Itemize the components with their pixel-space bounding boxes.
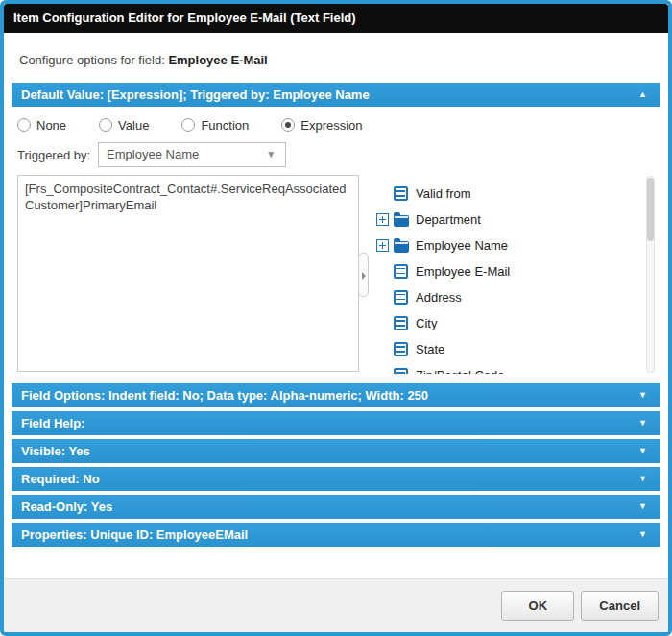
tree-item-state[interactable]: State <box>376 336 655 362</box>
section-header-field-options-label: Field Options: Indent field: No; Data ty… <box>21 388 428 403</box>
tree-scrollbar[interactable] <box>646 176 655 373</box>
tree-item-department[interactable]: Department <box>376 207 655 232</box>
radio-button-none[interactable] <box>17 118 31 132</box>
radio-button-expression[interactable] <box>281 118 295 132</box>
radio-button-function[interactable] <box>181 118 195 132</box>
section-header-required-label: Required: No <box>21 472 100 486</box>
dropdown-arrow-icon: ▼ <box>266 143 276 166</box>
section-header-read-only-label: Read-Only: Yes <box>21 500 112 514</box>
section-header-field-options[interactable]: Field Options: Indent field: No; Data ty… <box>12 383 660 407</box>
ok-button[interactable]: OK <box>501 591 574 621</box>
expand-down-icon: ▼ <box>638 383 647 407</box>
item-configuration-editor-dialog: Item Configuration Editor for Employee E… <box>0 0 672 636</box>
dialog-title: Item Configuration Editor for Employee E… <box>4 4 668 33</box>
tree-item-address[interactable]: Address <box>376 284 655 310</box>
section-header-properties[interactable]: Properties: Unique ID: EmployeeEMail ▼ <box>12 523 660 547</box>
section-header-field-help-label: Field Help: <box>21 416 84 430</box>
section-header-visible-label: Visible: Yes <box>21 444 90 458</box>
field-icon <box>394 342 408 356</box>
radio-label-none: None <box>36 118 66 133</box>
expand-plus-icon[interactable] <box>376 213 389 226</box>
radio-label-expression: Expression <box>300 118 362 133</box>
field-icon <box>394 368 408 374</box>
splitter-handle[interactable] <box>358 253 369 297</box>
field-icon <box>394 290 408 305</box>
cancel-button[interactable]: Cancel <box>581 591 659 621</box>
expression-textarea[interactable]: [Frs_CompositeContract_Contact#.ServiceR… <box>17 175 359 372</box>
section-header-visible[interactable]: Visible: Yes ▼ <box>12 439 660 463</box>
folder-icon <box>394 215 409 227</box>
configure-options-line: Configure options for field: Employee E-… <box>19 53 668 67</box>
section-header-required[interactable]: Required: No ▼ <box>12 467 660 491</box>
expand-down-icon: ▼ <box>638 411 647 435</box>
configure-options-label: Configure options for field: <box>19 53 165 67</box>
radio-option-function[interactable]: Function <box>181 118 249 133</box>
section-header-field-help[interactable]: Field Help: ▼ <box>12 411 660 435</box>
tree-item-valid-from[interactable]: Valid from <box>376 181 655 207</box>
radio-option-value[interactable]: Value <box>99 118 149 133</box>
triggered-by-dropdown[interactable]: Employee Name ▼ <box>98 142 286 167</box>
radio-button-value[interactable] <box>99 118 112 132</box>
section-header-default-value[interactable]: Default Value: [Expression]; Triggered b… <box>12 83 660 107</box>
radio-option-none[interactable]: None <box>17 118 66 133</box>
expand-down-icon: ▼ <box>638 467 647 491</box>
field-icon <box>394 264 408 279</box>
tree-item-employee-email[interactable]: Employee E-Mail <box>376 258 655 284</box>
configured-field-name: Employee E-Mail <box>168 53 267 67</box>
tree-item-city[interactable]: City <box>376 310 655 336</box>
radio-option-expression[interactable]: Expression <box>281 118 362 133</box>
field-tree: Valid from Department Employee Name Empl… <box>376 175 655 374</box>
expression-editor-area: [Frs_CompositeContract_Contact#.ServiceR… <box>17 175 655 374</box>
expand-plus-icon[interactable] <box>376 239 389 252</box>
dialog-footer: OK Cancel <box>4 578 668 632</box>
expand-down-icon: ▼ <box>638 495 647 519</box>
section-header-properties-label: Properties: Unique ID: EmployeeEMail <box>21 527 248 542</box>
field-icon <box>394 316 408 330</box>
tree-item-employee-name[interactable]: Employee Name <box>376 232 655 258</box>
triggered-by-selected-value: Employee Name <box>107 147 199 161</box>
field-icon <box>394 186 408 201</box>
radio-label-value: Value <box>118 118 149 133</box>
default-value-type-radios: None Value Function Expression <box>17 116 655 134</box>
triggered-by-row: Triggered by: Employee Name ▼ <box>17 142 655 167</box>
section-header-default-value-label: Default Value: [Expression]; Triggered b… <box>21 87 370 102</box>
collapse-up-icon: ▲ <box>638 83 647 107</box>
expand-down-icon: ▼ <box>638 523 647 547</box>
tree-item-zip-postal-code[interactable]: Zip/Postal Code <box>376 362 655 374</box>
triggered-by-label: Triggered by: <box>17 148 90 162</box>
radio-label-function: Function <box>201 118 249 133</box>
expand-down-icon: ▼ <box>638 439 647 463</box>
section-header-read-only[interactable]: Read-Only: Yes ▼ <box>12 495 660 519</box>
default-value-panel: None Value Function Expression Triggered… <box>4 116 668 383</box>
tree-scrollbar-thumb[interactable] <box>647 178 654 241</box>
folder-icon <box>394 241 409 253</box>
